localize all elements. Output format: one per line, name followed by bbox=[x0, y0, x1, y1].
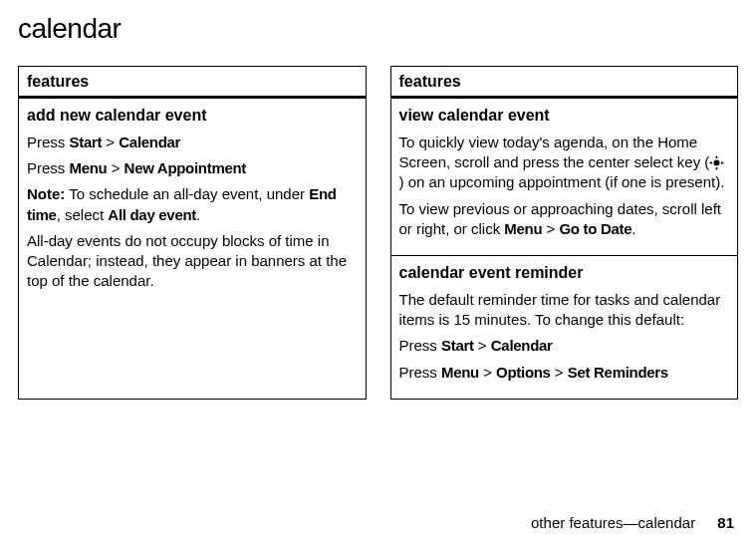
text: To quickly view today's agenda, on the H… bbox=[399, 134, 710, 170]
text: To schedule an all-day event, under bbox=[65, 185, 309, 202]
left-heading: features bbox=[19, 67, 366, 100]
text: > bbox=[107, 159, 124, 176]
section-add-event: add new calendar event Press Start > Cal… bbox=[19, 99, 366, 307]
ui-label: Menu bbox=[441, 364, 479, 381]
text: > bbox=[474, 337, 491, 354]
text: > bbox=[479, 364, 496, 381]
left-table: features add new calendar event Press St… bbox=[18, 66, 367, 400]
text: Press bbox=[27, 134, 70, 150]
svg-point-0 bbox=[714, 160, 720, 166]
note-line: Note: To schedule an all-day event, unde… bbox=[27, 184, 358, 225]
text: Press bbox=[399, 364, 442, 381]
ui-label: Go to Date bbox=[559, 220, 631, 237]
ui-label: Calendar bbox=[491, 337, 553, 354]
ui-label: Options bbox=[496, 364, 551, 381]
text: , select bbox=[57, 206, 109, 223]
text: ) on an upcoming appointment (if one is … bbox=[399, 173, 725, 190]
body-text: To quickly view today's agenda, on the H… bbox=[399, 133, 730, 193]
section-title: calendar event reminder bbox=[399, 262, 730, 284]
text: > bbox=[102, 134, 119, 150]
instruction-line: Press Menu > Options > Set Reminders bbox=[399, 363, 730, 383]
right-table: features view calendar event To quickly … bbox=[390, 66, 739, 400]
body-text: The default reminder time for tasks and … bbox=[399, 290, 730, 331]
note-label: Note: bbox=[27, 185, 65, 202]
section-title: add new calendar event bbox=[27, 105, 358, 127]
text: Press bbox=[399, 337, 442, 354]
instruction-line: Press Menu > New Appointment bbox=[27, 158, 358, 178]
ui-label: Menu bbox=[504, 220, 542, 237]
body-text: To view previous or approaching dates, s… bbox=[399, 199, 730, 240]
page-title: calendar bbox=[18, 10, 738, 48]
ui-label: Set Reminders bbox=[568, 364, 668, 381]
ui-label: New Appointment bbox=[125, 159, 246, 176]
center-select-key-icon bbox=[709, 155, 724, 170]
text: > bbox=[551, 364, 568, 381]
page-number: 81 bbox=[717, 514, 734, 531]
instruction-line: Press Start > Calendar bbox=[399, 336, 730, 356]
text: . bbox=[631, 220, 635, 237]
text: Press bbox=[27, 159, 70, 176]
ui-label: Start bbox=[441, 337, 474, 354]
right-heading: features bbox=[391, 67, 738, 100]
body-text: All-day events do not occupy blocks of t… bbox=[27, 231, 358, 292]
text: > bbox=[542, 220, 559, 237]
section-reminder: calendar event reminder The default remi… bbox=[391, 255, 738, 399]
section-title: view calendar event bbox=[399, 105, 730, 127]
text: . bbox=[196, 206, 200, 223]
ui-label: Start bbox=[70, 134, 103, 150]
ui-label: Menu bbox=[70, 159, 108, 176]
content-columns: features add new calendar event Press St… bbox=[18, 66, 738, 400]
footer-text: other features—calendar bbox=[531, 514, 695, 531]
page-footer: other features—calendar 81 bbox=[531, 513, 734, 533]
ui-label: All day event bbox=[108, 206, 196, 223]
instruction-line: Press Start > Calendar bbox=[27, 133, 358, 152]
section-view-event: view calendar event To quickly view toda… bbox=[391, 99, 738, 255]
ui-label: Calendar bbox=[119, 134, 180, 150]
